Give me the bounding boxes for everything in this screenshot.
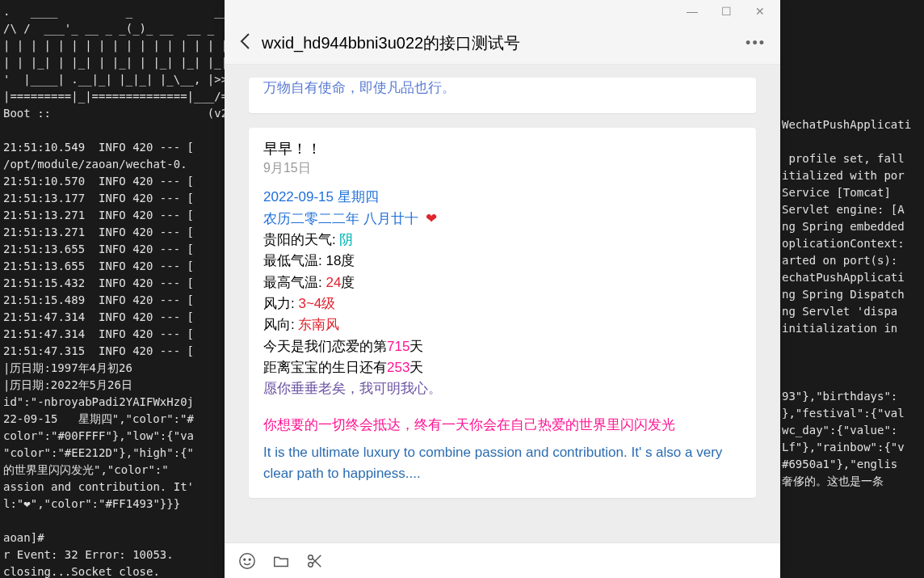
- svg-point-1: [244, 559, 246, 560]
- wind-power-line: 风力: 3~4级: [263, 293, 741, 314]
- terminal-output-left: . ____ _ __ /\ / ___'_ __ _ _(_)_ __ __ …: [0, 0, 226, 578]
- wind-dir-line: 风向: 东南风: [263, 314, 741, 335]
- more-button[interactable]: •••: [746, 35, 766, 52]
- rainbow-line: 你想要的一切终会抵达，终有一天你会在自己热爱的世界里闪闪发光: [263, 415, 741, 436]
- card-subdate: 9月15日: [263, 160, 741, 177]
- chat-input-toolbar: [225, 542, 780, 578]
- high-temp-line: 最高气温: 24度: [263, 272, 741, 293]
- message-card[interactable]: 早早！！ 9月15日 2022-09-15 星期四 农历二零二二年 八月廿十 ❤…: [249, 128, 756, 498]
- english-line: It is the ultimate luxury to combine pas…: [263, 442, 741, 483]
- window-titlebar: — ☐ ✕: [225, 0, 780, 23]
- weather-line: 贵阳的天气: 阴: [263, 230, 741, 251]
- svg-point-2: [249, 559, 250, 560]
- wechat-window: — ☐ ✕ wxid_hd944bbni3u022的接口测试号 ••• 万物自有…: [225, 0, 780, 578]
- back-button[interactable]: [239, 32, 250, 55]
- prev-text: 万物自有使命，即使凡品也行。: [263, 78, 741, 99]
- folder-icon[interactable]: [271, 551, 291, 571]
- heart-icon: ❤: [426, 211, 437, 226]
- chat-header: wxid_hd944bbni3u022的接口测试号 •••: [225, 23, 780, 65]
- svg-point-0: [240, 553, 254, 567]
- terminal-output-right: WechatPushApplicati profile set, fall it…: [779, 113, 924, 493]
- wish-line: 愿你垂垂老矣，我可明我心。: [263, 378, 741, 399]
- minimize-button[interactable]: —: [675, 0, 709, 23]
- scissors-icon[interactable]: [305, 551, 325, 571]
- birthday-line: 距离宝宝的生日还有253天: [263, 357, 741, 378]
- emoji-icon[interactable]: [237, 551, 257, 571]
- message-card-prev[interactable]: 万物自有使命，即使凡品也行。: [249, 78, 756, 113]
- chat-title: wxid_hd944bbni3u022的接口测试号: [262, 32, 734, 54]
- lunar-line: 农历二零二二年 八月廿十 ❤: [263, 209, 741, 230]
- card-title: 早早！！: [263, 139, 741, 158]
- love-days-line: 今天是我们恋爱的第715天: [263, 336, 741, 357]
- close-button[interactable]: ✕: [743, 0, 777, 23]
- date-line: 2022-09-15 星期四: [263, 187, 741, 208]
- maximize-button[interactable]: ☐: [709, 0, 743, 23]
- chat-body[interactable]: 万物自有使命，即使凡品也行。 早早！！ 9月15日 2022-09-15 星期四…: [225, 65, 780, 542]
- low-temp-line: 最低气温: 18度: [263, 251, 741, 272]
